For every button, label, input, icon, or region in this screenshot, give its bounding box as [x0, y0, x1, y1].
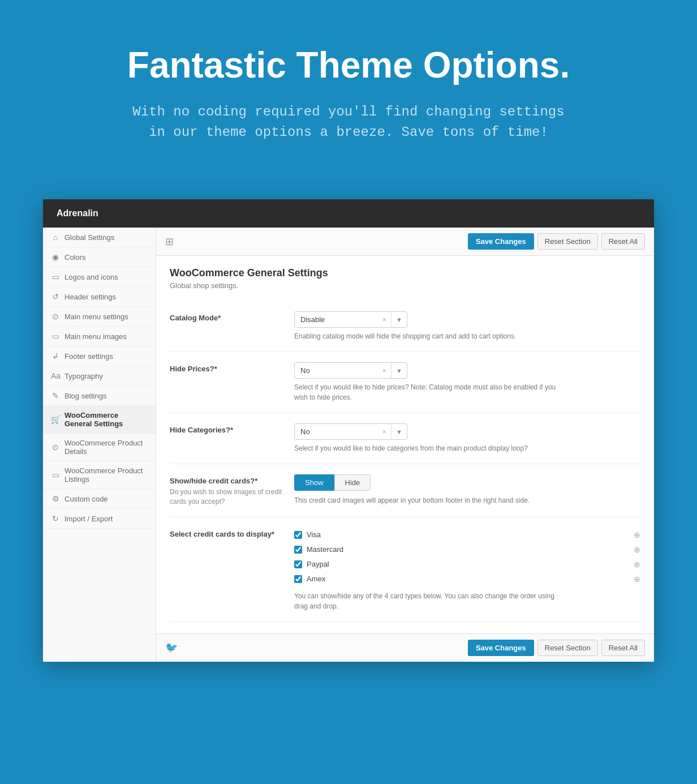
- visa-checkbox[interactable]: [294, 531, 302, 539]
- custom-code-icon: ⚙: [51, 494, 60, 503]
- custom-code-label: Custom code: [64, 495, 108, 503]
- visa-label: Visa: [307, 530, 321, 539]
- visa-drag-handle[interactable]: ⊕: [634, 530, 640, 539]
- header-settings-label: Header settings: [64, 293, 116, 301]
- show-button[interactable]: Show: [294, 474, 334, 491]
- sidebar-item-woocommerce-product-details[interactable]: ⊙WooCommerce Product Details: [43, 434, 156, 461]
- hide-prices-value: No: [295, 363, 378, 378]
- list-item: Mastercard ⊕: [294, 542, 640, 557]
- credit-cards-hint: This credit card images will appear in y…: [294, 495, 566, 505]
- paypal-checkbox[interactable]: [294, 560, 302, 568]
- paypal-label: Paypal: [307, 560, 329, 568]
- sidebar-item-logos-icons[interactable]: ▭Logos and icons: [43, 267, 156, 287]
- woocommerce-product-listings-label: WooCommerce Product Listings: [64, 466, 148, 483]
- admin-panel: Adrenalin ⌂Global Settings◉Colors▭Logos …: [43, 199, 654, 662]
- list-item: Paypal ⊕: [294, 557, 640, 572]
- sidebar-item-footer-settings[interactable]: ↲Footer settings: [43, 346, 156, 366]
- import-export-label: Import / Export: [64, 515, 113, 523]
- credit-cards-toggle-group: Show Hide: [294, 474, 640, 491]
- main-content: ⊞ Save Changes Reset Section Reset All W…: [156, 228, 654, 662]
- mastercard-label: Mastercard: [307, 545, 343, 554]
- hide-categories-value: No: [295, 424, 378, 439]
- logos-icons-label: Logos and icons: [64, 273, 118, 281]
- catalog-mode-hint: Enabling catalog mode will hide the shop…: [294, 331, 566, 341]
- bottom-save-button[interactable]: Save Changes: [468, 640, 534, 656]
- toolbar-left: ⊞: [165, 235, 174, 248]
- mastercard-checkbox[interactable]: [294, 546, 302, 554]
- mastercard-drag-handle[interactable]: ⊕: [634, 545, 640, 554]
- sidebar-item-main-menu-images[interactable]: ▭Main menu images: [43, 327, 156, 346]
- list-item: Visa ⊕: [294, 528, 640, 542]
- bottom-toolbar-right: Save Changes Reset Section Reset All: [468, 640, 645, 656]
- typography-icon: Aa: [51, 371, 60, 380]
- blog-settings-icon: ✎: [51, 391, 60, 400]
- sidebar-item-custom-code[interactable]: ⚙Custom code: [43, 489, 156, 509]
- hide-categories-row: Hide Categories?* No × ▼ Select if you w…: [170, 413, 640, 464]
- sidebar-item-colors[interactable]: ◉Colors: [43, 247, 156, 267]
- import-export-icon: ↻: [51, 514, 60, 523]
- bottom-reset-all-button[interactable]: Reset All: [601, 640, 645, 656]
- catalog-mode-row: Catalog Mode* Disable × ▼ Enabling catal…: [170, 301, 640, 352]
- colors-label: Colors: [64, 253, 86, 262]
- sidebar-item-header-settings[interactable]: ↺Header settings: [43, 287, 156, 307]
- top-reset-all-button[interactable]: Reset All: [601, 233, 645, 250]
- list-item: Amex ⊕: [294, 572, 640, 586]
- catalog-mode-arrow[interactable]: ▼: [391, 313, 407, 327]
- hide-prices-select[interactable]: No × ▼: [294, 362, 407, 379]
- twitter-icon[interactable]: 🐦: [165, 641, 178, 654]
- top-reset-section-button[interactable]: Reset Section: [537, 233, 598, 250]
- hide-prices-label: Hide Prices?*: [170, 362, 283, 373]
- grid-icon: ⊞: [165, 235, 174, 248]
- logos-icons-icon: ▭: [51, 272, 60, 281]
- amex-checkbox[interactable]: [294, 575, 302, 583]
- sidebar-item-woocommerce-product-listings[interactable]: ▭WooCommerce Product Listings: [43, 461, 156, 489]
- colors-icon: ◉: [51, 252, 60, 262]
- select-credit-cards-row: Select credit cards to display* Visa ⊕: [170, 517, 640, 622]
- amex-label: Amex: [307, 575, 325, 583]
- amex-drag-handle[interactable]: ⊕: [634, 575, 640, 584]
- bottom-toolbar: 🐦 Save Changes Reset Section Reset All: [156, 633, 654, 662]
- hide-prices-row: Hide Prices?* No × ▼ Select if you would…: [170, 352, 640, 413]
- top-toolbar: ⊞ Save Changes Reset Section Reset All: [156, 228, 654, 256]
- woocommerce-product-details-icon: ⊙: [51, 443, 60, 452]
- main-menu-images-label: Main menu images: [64, 332, 127, 341]
- sidebar-item-woocommerce-general[interactable]: 🛒WooCommerce General Settings: [43, 406, 156, 434]
- hero-subtitle: With no coding required you'll find chan…: [128, 102, 569, 143]
- top-save-button[interactable]: Save Changes: [468, 233, 534, 250]
- sidebar-item-global-settings[interactable]: ⌂Global Settings: [43, 228, 156, 247]
- bottom-reset-section-button[interactable]: Reset Section: [537, 640, 598, 656]
- hide-prices-arrow[interactable]: ▼: [391, 364, 407, 378]
- paypal-drag-handle[interactable]: ⊕: [634, 560, 640, 569]
- global-settings-icon: ⌂: [51, 233, 60, 242]
- hide-button[interactable]: Hide: [334, 474, 371, 491]
- footer-settings-icon: ↲: [51, 352, 60, 361]
- woocommerce-product-listings-icon: ▭: [51, 470, 60, 479]
- credit-cards-order-hint: You can show/hide any of the 4 card type…: [294, 591, 566, 611]
- hide-categories-arrow[interactable]: ▼: [391, 425, 407, 439]
- hide-prices-clear[interactable]: ×: [378, 363, 392, 378]
- woocommerce-general-icon: 🛒: [51, 415, 60, 424]
- credit-cards-list: Visa ⊕ Mastercard ⊕: [294, 528, 640, 586]
- hide-prices-hint: Select if you would like to hide prices?…: [294, 382, 566, 402]
- hero-title: Fantastic Theme Options.: [23, 45, 674, 85]
- sidebar-item-typography[interactable]: AaTypography: [43, 366, 156, 386]
- global-settings-label: Global Settings: [64, 233, 114, 242]
- section-title: WooCommerce General Settings: [170, 267, 640, 279]
- credit-cards-toggle-label: Show/hide credit cards?*: [170, 474, 283, 485]
- footer-settings-label: Footer settings: [64, 352, 113, 361]
- sidebar-item-blog-settings[interactable]: ✎Blog settings: [43, 386, 156, 406]
- sidebar-item-main-menu-settings[interactable]: ⊙Main menu settings: [43, 307, 156, 327]
- hide-categories-select[interactable]: No × ▼: [294, 423, 407, 440]
- woocommerce-general-label: WooCommerce General Settings: [64, 411, 148, 428]
- hide-categories-clear[interactable]: ×: [378, 424, 392, 439]
- admin-header: Adrenalin: [43, 199, 654, 228]
- catalog-mode-clear[interactable]: ×: [378, 312, 392, 327]
- credit-cards-toggle-row: Show/hide credit cards?* Do you wish to …: [170, 464, 640, 517]
- section-desc: Global shop settings.: [170, 281, 640, 290]
- admin-header-title: Adrenalin: [57, 208, 98, 218]
- main-menu-settings-label: Main menu settings: [64, 312, 128, 321]
- content-area: WooCommerce General Settings Global shop…: [156, 256, 654, 633]
- catalog-mode-select[interactable]: Disable × ▼: [294, 311, 407, 328]
- main-menu-settings-icon: ⊙: [51, 312, 60, 321]
- sidebar-item-import-export[interactable]: ↻Import / Export: [43, 509, 156, 529]
